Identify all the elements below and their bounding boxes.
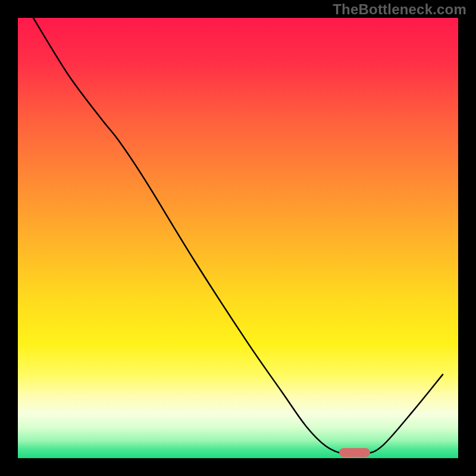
optimal-point-marker (339, 448, 370, 457)
watermark-text: TheBottleneck.com (333, 1, 466, 18)
plot-area (18, 18, 458, 458)
bottleneck-curve (18, 18, 458, 458)
chart-frame: TheBottleneck.com (0, 0, 476, 476)
